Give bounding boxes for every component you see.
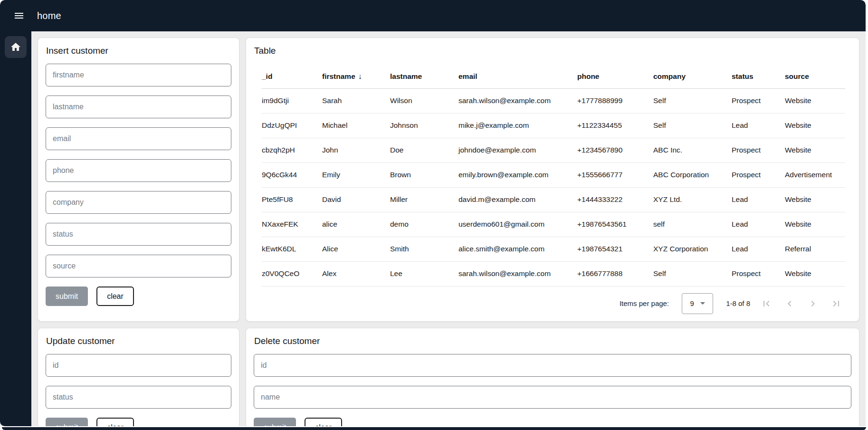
items-per-page-select[interactable]: 9 <box>682 293 713 314</box>
table-cell: Self <box>653 88 732 113</box>
table-cell: +1555666777 <box>577 162 653 187</box>
insert-phone-input[interactable] <box>46 159 231 182</box>
update-status-input[interactable] <box>46 386 231 409</box>
last-page-button[interactable] <box>830 297 843 310</box>
insert-status-input[interactable] <box>46 223 231 246</box>
table-cell: Website <box>785 212 845 237</box>
table-cell: im9dGtji <box>262 88 322 113</box>
delete-id-input[interactable] <box>254 354 851 377</box>
insert-lastname-input[interactable] <box>46 96 231 118</box>
table-cell: Website <box>785 88 845 113</box>
table-row[interactable]: cbzqh2pHJohnDoejohndoe@example.com+12345… <box>262 138 845 162</box>
column-header-firstname[interactable]: firstname↓ <box>322 65 390 88</box>
table-cell: mike.j@example.com <box>458 113 577 138</box>
table-cell: +1777888999 <box>577 88 653 113</box>
table-cell: Prospect <box>732 88 785 113</box>
sidebar <box>0 31 31 426</box>
main-content: Insert customer submit clear <box>31 31 866 426</box>
table-card: Table _id firstname↓ lastname e <box>246 38 859 322</box>
insert-clear-button[interactable]: clear <box>96 287 134 306</box>
page-title: home <box>37 10 61 21</box>
table-cell: +1987654321 <box>577 237 653 261</box>
chevron-left-icon <box>784 298 795 309</box>
insert-submit-button[interactable]: submit <box>46 287 88 306</box>
table-row[interactable]: 9Q6cGk44EmilyBrownemily.brown@example.co… <box>262 162 845 187</box>
table-row[interactable]: kEwtK6DLAliceSmithalice.smith@example.co… <box>262 237 845 261</box>
column-header-email[interactable]: email <box>458 65 577 88</box>
table-cell: emily.brown@example.com <box>458 162 577 187</box>
sidebar-item-home[interactable] <box>5 36 27 58</box>
table-header-row: _id firstname↓ lastname email phone comp… <box>262 65 845 88</box>
chevron-down-icon <box>700 302 705 305</box>
column-header-phone[interactable]: phone <box>577 65 653 88</box>
update-id-input[interactable] <box>46 354 231 377</box>
table-cell: Self <box>653 261 732 286</box>
table-cell: DdzUgQPI <box>262 113 322 138</box>
table-cell: Smith <box>390 237 458 261</box>
column-header-id[interactable]: _id <box>262 65 322 88</box>
table-cell: Website <box>785 187 845 212</box>
table-cell: Alice <box>322 237 390 261</box>
table-cell: david.m@example.com <box>458 187 577 212</box>
table-body: im9dGtjiSarahWilsonsarah.wilson@example.… <box>262 88 845 286</box>
table-cell: Referral <box>785 237 845 261</box>
column-header-lastname[interactable]: lastname <box>390 65 458 88</box>
table-cell: Lead <box>732 113 785 138</box>
column-header-status[interactable]: status <box>732 65 785 88</box>
home-icon <box>10 41 21 53</box>
table-cell: alice.smith@example.com <box>458 237 577 261</box>
menu-toggle-button[interactable] <box>10 6 29 25</box>
table-cell: Doe <box>390 138 458 162</box>
table-row[interactable]: z0V0QCeOAlexLeesarah.wilson@example.com+… <box>262 261 845 286</box>
table-cell: sarah.wilson@example.com <box>458 261 577 286</box>
customers-table: _id firstname↓ lastname email phone comp… <box>262 65 845 287</box>
table-cell: +1666777888 <box>577 261 653 286</box>
delete-customer-card: Delete customer submit clear <box>246 328 859 426</box>
update-customer-card: Update customer submit clear <box>38 328 239 426</box>
table-row[interactable]: DdzUgQPIMichaelJohnsonmike.j@example.com… <box>262 113 845 138</box>
table-cell: Advertisement <box>785 162 845 187</box>
column-header-source[interactable]: source <box>785 65 845 88</box>
delete-card-title: Delete customer <box>246 328 859 354</box>
table-cell: ABC Corporation <box>653 162 732 187</box>
insert-source-input[interactable] <box>46 255 231 277</box>
update-clear-button[interactable]: clear <box>96 418 134 426</box>
delete-submit-button[interactable]: submit <box>254 418 296 426</box>
table-row[interactable]: im9dGtjiSarahWilsonsarah.wilson@example.… <box>262 88 845 113</box>
insert-email-input[interactable] <box>46 127 231 150</box>
table-row[interactable]: Pte5fFU8DavidMillerdavid.m@example.com+1… <box>262 187 845 212</box>
table-cell: Emily <box>322 162 390 187</box>
delete-name-input[interactable] <box>254 386 851 409</box>
table-cell: Lead <box>732 237 785 261</box>
table-cell: Lead <box>732 212 785 237</box>
insert-firstname-input[interactable] <box>46 64 231 86</box>
delete-clear-button[interactable]: clear <box>305 418 342 426</box>
first-page-button[interactable] <box>760 297 773 310</box>
sort-desc-arrow-icon: ↓ <box>358 72 362 80</box>
table-row[interactable]: NXaxeFEKalicedemouserdemo601@gmail.com+1… <box>262 212 845 237</box>
table-cell: johndoe@example.com <box>458 138 577 162</box>
table-cell: XYZ Corporation <box>653 237 732 261</box>
table-cell: Miller <box>390 187 458 212</box>
table-cell: Wilson <box>390 88 458 113</box>
table-cell: Lee <box>390 261 458 286</box>
table-cell: Website <box>785 138 845 162</box>
table-cell: alice <box>322 212 390 237</box>
last-page-icon <box>830 298 842 309</box>
column-header-company[interactable]: company <box>653 65 732 88</box>
previous-page-button[interactable] <box>783 297 796 310</box>
window-bottom-frame <box>2 427 866 430</box>
table-cell: NXaxeFEK <box>262 212 322 237</box>
table-cell: ABC Inc. <box>653 138 732 162</box>
table-cell: demo <box>390 212 458 237</box>
table-cell: Alex <box>322 261 390 286</box>
insert-company-input[interactable] <box>46 191 231 214</box>
update-submit-button[interactable]: submit <box>46 418 88 426</box>
table-cell: +19876543561 <box>577 212 653 237</box>
hamburger-icon <box>13 10 25 21</box>
table-cell: +1444333222 <box>577 187 653 212</box>
next-page-button[interactable] <box>806 297 820 310</box>
table-cell: +1234567890 <box>577 138 653 162</box>
table-card-title: Table <box>246 38 859 64</box>
table-cell: XYZ Ltd. <box>653 187 732 212</box>
